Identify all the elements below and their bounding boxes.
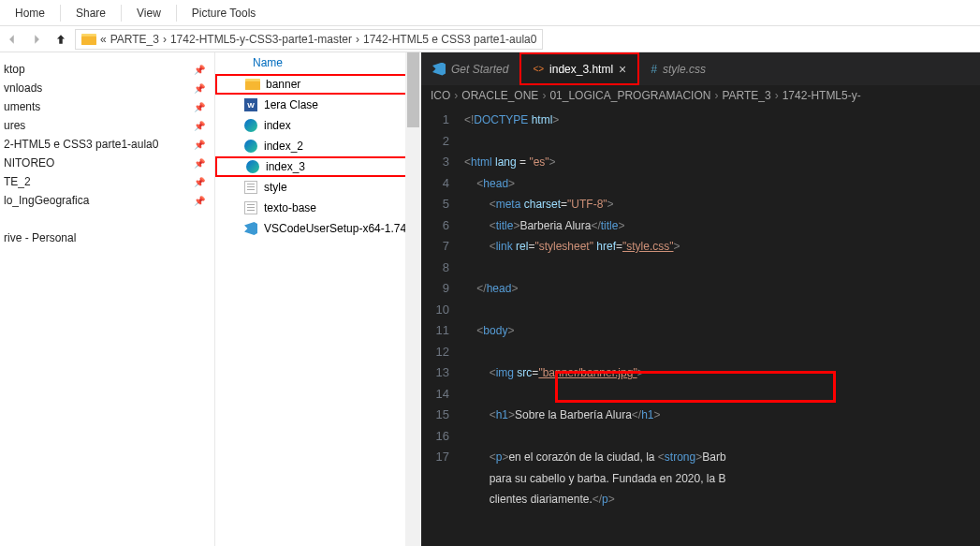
tree-item[interactable] [0, 210, 214, 229]
code-line[interactable]: 1<!DOCTYPE html> [421, 110, 980, 131]
code-line[interactable]: 2 [421, 131, 980, 153]
code-line[interactable]: 11 <body> [421, 320, 980, 342]
file-row[interactable]: style [215, 177, 421, 198]
line-number [421, 468, 464, 490]
chevron-right-icon: › [356, 33, 359, 46]
code-text: <title>Barberia Alura</title> [464, 215, 624, 237]
file-row[interactable]: W1era Clase [215, 95, 421, 115]
code-line[interactable]: 16 [421, 426, 980, 448]
edge-icon [245, 159, 260, 174]
ribbon-view[interactable]: View [129, 3, 168, 23]
breadcrumb-item[interactable]: 1742-HTML5-y-CSS3-parte1-master [170, 33, 352, 46]
code-line[interactable]: 14 [421, 384, 980, 406]
file-row[interactable]: index_2 [215, 136, 421, 156]
file-name: banner [266, 78, 300, 91]
line-number: 17 [421, 447, 464, 468]
breadcrumb-item[interactable]: PARTE_3 [110, 33, 159, 46]
file-row[interactable]: index [215, 115, 421, 136]
css-file-icon: # [651, 63, 657, 76]
text-file-icon [243, 180, 258, 195]
pin-icon: 📌 [194, 196, 205, 206]
chevron-right-icon: › [714, 89, 718, 102]
file-row[interactable]: VSCodeUserSetup-x64-1.74.3 [215, 218, 421, 239]
folder-icon [245, 77, 260, 92]
folder-icon [81, 34, 96, 45]
tree-item-label: lo_IngGeografica [4, 194, 89, 207]
ribbon-picture-tools[interactable]: Picture Tools [184, 3, 263, 23]
line-number: 7 [421, 236, 464, 258]
tree-item[interactable]: ures📌 [0, 116, 214, 135]
pin-icon: 📌 [194, 102, 205, 112]
code-line[interactable]: para su cabello y barba. Fundada en 2020… [421, 468, 980, 490]
code-line[interactable]: 15 <h1>Sobre la Barbería Alura</h1> [421, 405, 980, 426]
line-number: 12 [421, 342, 464, 363]
line-number: 5 [421, 194, 464, 215]
code-line[interactable]: 3<html lang = "es"> [421, 152, 980, 173]
nav-up-button[interactable] [51, 29, 71, 50]
tree-item[interactable]: 2-HTML5 e CSS3 parte1-aula0📌 [0, 135, 214, 154]
pin-icon: 📌 [194, 83, 205, 94]
pin-icon: 📌 [194, 121, 205, 131]
close-icon[interactable]: × [619, 62, 626, 77]
tree-item-label: 2-HTML5 e CSS3 parte1-aula0 [4, 138, 158, 151]
tree-item[interactable]: vnloads📌 [0, 79, 214, 97]
ribbon-share[interactable]: Share [68, 3, 113, 23]
file-row[interactable]: banner [215, 74, 421, 95]
file-name: VSCodeUserSetup-x64-1.74.3 [264, 222, 416, 235]
scrollbar-thumb[interactable] [407, 52, 419, 127]
editor-tab[interactable]: #style.css [639, 52, 717, 85]
edge-icon [243, 118, 258, 133]
ribbon: Home Share View Picture Tools [0, 0, 980, 26]
scrollbar[interactable] [405, 52, 421, 546]
code-line[interactable]: 7 <link rel="stylesheet" href="style.css… [421, 236, 980, 258]
text-file-icon [243, 200, 258, 215]
breadcrumb-item[interactable]: 1742-HTML5 e CSS3 parte1-aula0 [363, 33, 536, 46]
tree-item[interactable]: TE_2📌 [0, 172, 214, 191]
line-number: 2 [421, 131, 464, 153]
line-number [421, 489, 464, 510]
code-line[interactable]: 13 <img src="banner/banner.jpg"> [421, 362, 980, 384]
address-bar: « PARTE_3 › 1742-HTML5-y-CSS3-parte1-mas… [0, 26, 980, 52]
code-line[interactable]: 6 <title>Barberia Alura</title> [421, 215, 980, 237]
html-file-icon: <> [533, 64, 544, 74]
code-line[interactable]: 5 <meta charset="UTF-8"> [421, 194, 980, 215]
code-area[interactable]: 1<!DOCTYPE html>23<html lang = "es">4 <h… [421, 106, 980, 514]
code-line[interactable]: 10 [421, 300, 980, 321]
ribbon-sep [60, 5, 61, 22]
tree-item[interactable]: ktop📌 [0, 60, 214, 79]
code-line[interactable]: 12 [421, 342, 980, 363]
editor-tab[interactable]: <>index_3.html× [519, 52, 639, 85]
editor-tab-label: Get Started [451, 63, 508, 76]
editor-tab[interactable]: Get Started [421, 52, 519, 85]
code-text: <html lang = "es"> [464, 152, 556, 173]
editor-breadcrumb-item[interactable]: 01_LOGICA_PROGRAMACION [549, 89, 710, 102]
file-row[interactable]: texto-base [215, 198, 421, 218]
main: ktop📌vnloads📌uments📌ures📌2-HTML5 e CSS3 … [0, 52, 980, 546]
file-list: Name bannerW1era Claseindexindex_2index_… [215, 52, 421, 546]
file-row[interactable]: index_3 [215, 156, 421, 177]
tree-item-label: NITOREO [4, 156, 54, 170]
breadcrumb[interactable]: « PARTE_3 › 1742-HTML5-y-CSS3-parte1-mas… [75, 29, 543, 50]
tree-item-label: uments [4, 100, 40, 113]
tree-item[interactable]: uments📌 [0, 97, 214, 116]
editor-breadcrumb-item[interactable]: ORACLE_ONE [461, 89, 538, 102]
code-line[interactable]: 4 <head> [421, 173, 980, 195]
column-header-name[interactable]: Name [243, 52, 421, 74]
editor-breadcrumb-item[interactable]: PARTE_3 [722, 89, 770, 102]
edge-icon [243, 139, 258, 154]
editor-breadcrumb-item[interactable]: ICO [431, 89, 450, 102]
ribbon-home[interactable]: Home [7, 3, 52, 23]
code-line[interactable]: 9 </head> [421, 278, 980, 300]
tree-item[interactable]: NITOREO📌 [0, 154, 214, 172]
pin-icon: 📌 [194, 177, 205, 187]
tree-item[interactable]: rive - Personal [0, 229, 214, 247]
chevron-right-icon: › [163, 33, 167, 46]
editor-breadcrumb[interactable]: ICO›ORACLE_ONE›01_LOGICA_PROGRAMACION›PA… [421, 85, 980, 106]
editor-breadcrumb-item[interactable]: 1742-HTML5-y- [783, 89, 861, 102]
svg-rect-1 [81, 36, 96, 44]
code-line[interactable]: 8 [421, 258, 980, 279]
tree-item[interactable]: lo_IngGeografica📌 [0, 191, 214, 210]
code-text: <img src="banner/banner.jpg"> [464, 362, 644, 384]
code-line[interactable]: clientes diariamente.</p> [421, 489, 980, 510]
code-line[interactable]: 17 <p>en el corazón de la ciudad, la <st… [421, 447, 980, 468]
